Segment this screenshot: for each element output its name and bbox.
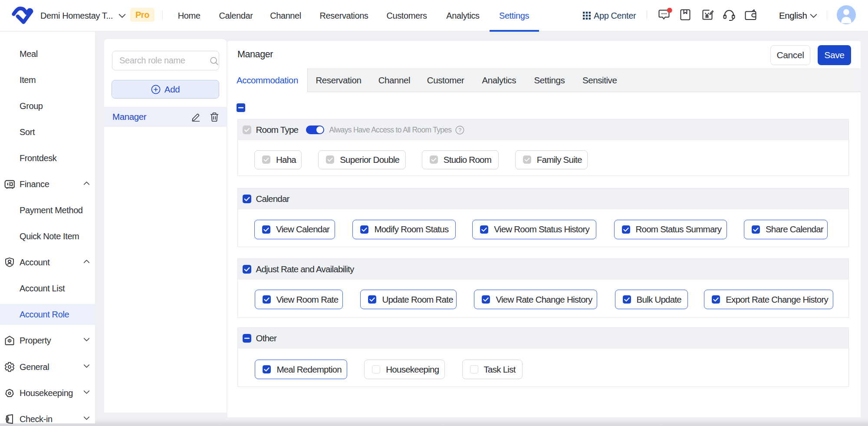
svg-text:?: ? (458, 127, 461, 133)
